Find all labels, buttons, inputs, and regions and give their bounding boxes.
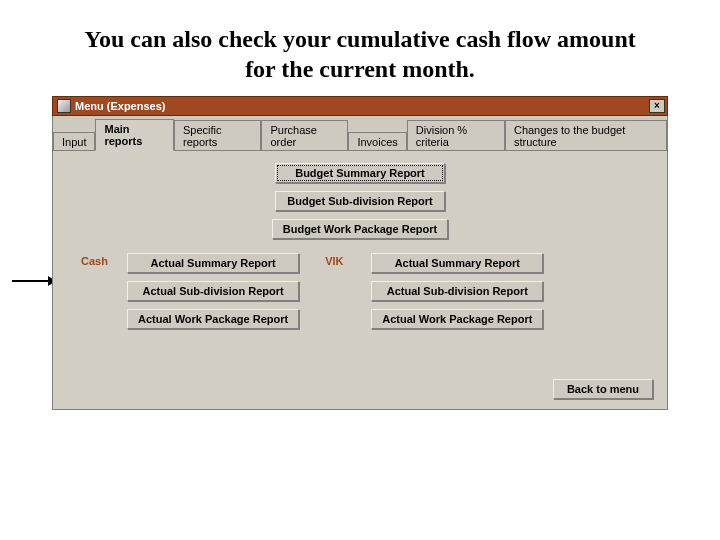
pointer-arrow — [12, 274, 56, 288]
actual-columns: Cash Actual Summary Report Actual Sub-di… — [63, 253, 657, 329]
tab-purchase-order[interactable]: Purchase order — [261, 120, 348, 151]
arrow-icon — [12, 274, 56, 288]
tab-invoices[interactable]: Invoices — [348, 132, 406, 151]
cash-heading: Cash — [81, 253, 119, 329]
tab-division-criteria[interactable]: Division % criteria — [407, 120, 505, 151]
tab-specific-reports[interactable]: Specific reports — [174, 120, 262, 151]
vik-button-stack: Actual Summary Report Actual Sub-divisio… — [371, 253, 543, 329]
close-button[interactable]: × — [649, 99, 665, 113]
budget-subdivision-button[interactable]: Budget Sub-division Report — [275, 191, 445, 211]
vik-actual-workpackage-button[interactable]: Actual Work Package Report — [371, 309, 543, 329]
footer-row: Back to menu — [553, 379, 653, 399]
budget-button-group: Budget Summary Report Budget Sub-divisio… — [63, 163, 657, 239]
cash-button-stack: Actual Summary Report Actual Sub-divisio… — [127, 253, 299, 329]
tab-budget-changes[interactable]: Changes to the budget structure — [505, 120, 667, 151]
app-icon — [57, 99, 71, 113]
window-title: Menu (Expenses) — [75, 100, 165, 112]
vik-column: VIK Actual Summary Report Actual Sub-div… — [325, 253, 543, 329]
cash-actual-summary-button[interactable]: Actual Summary Report — [127, 253, 299, 273]
app-container: Menu (Expenses) × Input Main reports Spe… — [52, 96, 668, 410]
window-titlebar: Menu (Expenses) × — [52, 96, 668, 116]
tab-pane: Budget Summary Report Budget Sub-divisio… — [52, 150, 668, 410]
budget-workpackage-button[interactable]: Budget Work Package Report — [272, 219, 448, 239]
vik-actual-summary-button[interactable]: Actual Summary Report — [371, 253, 543, 273]
tab-main-reports[interactable]: Main reports — [95, 119, 174, 151]
cash-column: Cash Actual Summary Report Actual Sub-di… — [81, 253, 299, 329]
tab-input[interactable]: Input — [53, 132, 95, 151]
budget-summary-button[interactable]: Budget Summary Report — [275, 163, 445, 183]
slide-title: You can also check your cumulative cash … — [0, 0, 720, 90]
vik-heading: VIK — [325, 253, 363, 329]
tab-strip: Input Main reports Specific reports Purc… — [52, 116, 668, 150]
vik-actual-subdivision-button[interactable]: Actual Sub-division Report — [371, 281, 543, 301]
back-to-menu-button[interactable]: Back to menu — [553, 379, 653, 399]
cash-actual-workpackage-button[interactable]: Actual Work Package Report — [127, 309, 299, 329]
app-window: Menu (Expenses) × Input Main reports Spe… — [52, 96, 668, 410]
cash-actual-subdivision-button[interactable]: Actual Sub-division Report — [127, 281, 299, 301]
